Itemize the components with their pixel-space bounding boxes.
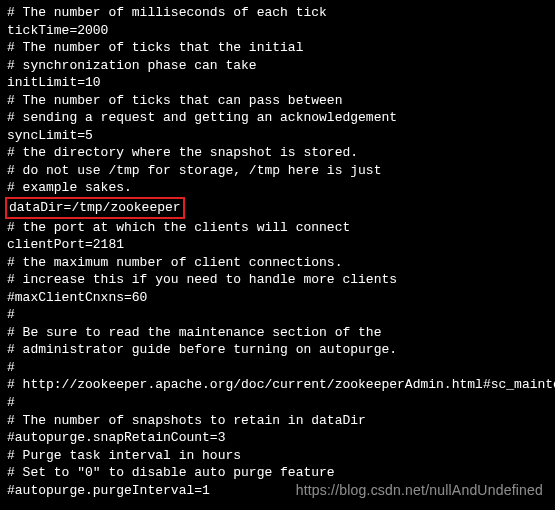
config-line: # xyxy=(0,359,555,377)
config-line: #autopurge.snapRetainCount=3 xyxy=(0,429,555,447)
config-line: # administrator guide before turning on … xyxy=(0,341,555,359)
terminal-output: # The number of milliseconds of each tic… xyxy=(0,4,555,510)
config-line: clientPort=2181 xyxy=(0,236,555,254)
config-line: tickTime=2000 xyxy=(0,22,555,40)
watermark-text: https://blog.csdn.net/nullAndUndefined xyxy=(296,481,543,500)
config-line: # Be sure to read the maintenance sectio… xyxy=(0,324,555,342)
config-line: # the directory where the snapshot is st… xyxy=(0,144,555,162)
config-line: # the maximum number of client connectio… xyxy=(0,254,555,272)
config-line: # the port at which the clients will con… xyxy=(0,219,555,237)
config-line: dataDir=/tmp/zookeeper xyxy=(0,197,555,219)
config-line: # Purge task interval in hours xyxy=(0,447,555,465)
config-line: # http://zookeeper.apache.org/doc/curren… xyxy=(0,376,555,394)
config-line: # sending a request and getting an ackno… xyxy=(0,109,555,127)
config-line: # synchronization phase can take xyxy=(0,57,555,75)
config-line: # The number of ticks that the initial xyxy=(0,39,555,57)
config-line: initLimit=10 xyxy=(0,74,555,92)
config-line: # Set to "0" to disable auto purge featu… xyxy=(0,464,555,482)
config-line xyxy=(0,499,555,510)
config-line: # do not use /tmp for storage, /tmp here… xyxy=(0,162,555,180)
highlighted-config-line: dataDir=/tmp/zookeeper xyxy=(5,197,185,219)
config-line: # example sakes. xyxy=(0,179,555,197)
config-line: # xyxy=(0,306,555,324)
config-line: # xyxy=(0,394,555,412)
config-line: # The number of ticks that can pass betw… xyxy=(0,92,555,110)
config-line: # The number of milliseconds of each tic… xyxy=(0,4,555,22)
config-line: #maxClientCnxns=60 xyxy=(0,289,555,307)
config-line: # The number of snapshots to retain in d… xyxy=(0,412,555,430)
config-line: syncLimit=5 xyxy=(0,127,555,145)
config-line: # increase this if you need to handle mo… xyxy=(0,271,555,289)
